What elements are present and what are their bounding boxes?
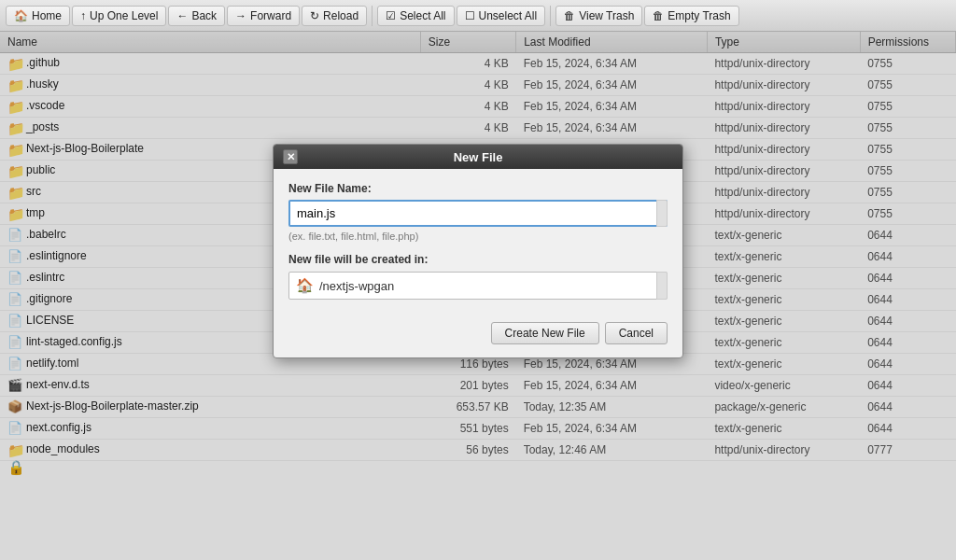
up-one-level-button[interactable]: ↑ Up One Level [72,6,166,26]
unselect-all-icon: ☐ [465,9,475,22]
path-box: 🏠 /nextjs-wpgan [288,272,668,300]
path-scrollbar [656,272,668,300]
file-name-label: New File Name: [288,182,668,195]
file-name-hint: (ex. file.txt, file.html, file.php) [288,231,668,242]
file-name-input[interactable] [288,200,668,227]
location-label: New file will be created in: [288,253,668,266]
path-wrap: 🏠 /nextjs-wpgan [288,272,668,300]
forward-icon: → [235,9,246,22]
view-trash-button[interactable]: 🗑 View Trash [555,6,642,26]
toolbar: 🏠 Home ↑ Up One Level ← Back → Forward ↻… [0,0,956,32]
modal-body: New File Name: (ex. file.txt, file.html,… [274,169,682,313]
modal-close-button[interactable]: ✕ [283,149,298,164]
file-area: Name Size Last Modified Type Permissions… [0,32,956,560]
empty-trash-icon: 🗑 [653,9,664,22]
select-all-icon: ☑ [386,9,396,22]
toolbar-separator [372,6,373,26]
modal-footer: Create New File Cancel [274,313,682,357]
toolbar-separator-2 [550,6,551,26]
modal-overlay: ✕ New File New File Name: (ex. file.txt,… [0,32,956,560]
file-name-input-wrap [288,200,668,227]
path-value: /nextjs-wpgan [319,279,394,293]
new-file-modal: ✕ New File New File Name: (ex. file.txt,… [273,144,683,358]
reload-button[interactable]: ↻ Reload [302,6,367,26]
empty-trash-button[interactable]: 🗑 Empty Trash [644,6,738,26]
create-new-file-button[interactable]: Create New File [491,322,599,344]
up-icon: ↑ [80,9,86,22]
path-home-icon: 🏠 [296,277,314,294]
forward-button[interactable]: → Forward [227,6,300,26]
back-icon: ← [176,9,188,22]
view-trash-icon: 🗑 [564,9,575,22]
back-button[interactable]: ← Back [168,6,225,26]
select-all-button[interactable]: ☑ Select All [377,6,454,26]
reload-icon: ↻ [310,9,319,22]
home-icon: 🏠 [14,9,28,22]
modal-header: ✕ New File [274,145,682,169]
cancel-button[interactable]: Cancel [605,322,668,344]
input-scrollbar [656,200,668,227]
modal-title: New File [298,150,658,164]
unselect-all-button[interactable]: ☐ Unselect All [457,6,546,26]
home-button[interactable]: 🏠 Home [6,6,70,26]
